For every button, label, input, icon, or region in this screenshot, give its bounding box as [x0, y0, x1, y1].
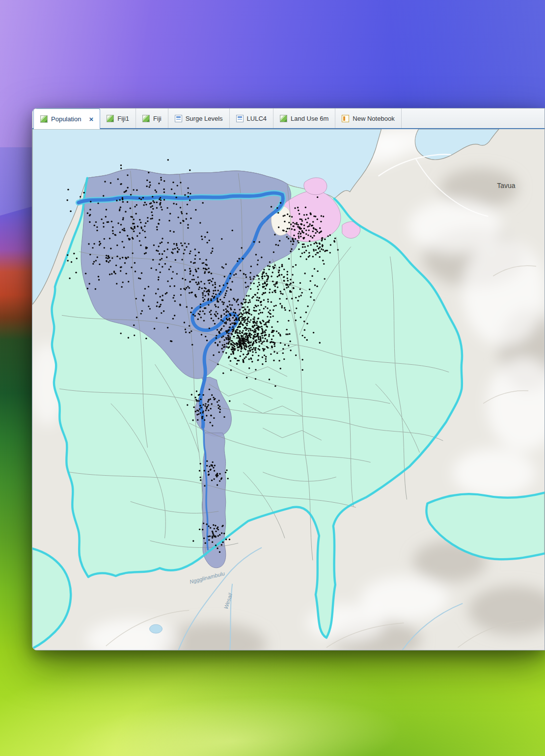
wallpaper-waves: [0, 638, 545, 756]
tab-label: Fiji: [153, 115, 162, 122]
gis-app-window: Population×Fiji1FijiSurge LevelsLULC4Lan…: [32, 108, 545, 650]
map-icon: [142, 115, 150, 122]
tab-label: LULC4: [247, 115, 267, 122]
tab-fiji1[interactable]: Fiji1: [100, 108, 136, 128]
view-tab-bar: Population×Fiji1FijiSurge LevelsLULC4Lan…: [32, 108, 545, 129]
tab-lulc4[interactable]: LULC4: [230, 108, 273, 128]
place-label-tavua: Tavua: [497, 182, 516, 189]
map-icon: [40, 115, 48, 123]
lake: [150, 624, 163, 633]
tab-label: Surge Levels: [186, 115, 223, 122]
map-icon: [280, 115, 287, 122]
tab-fiji[interactable]: Fiji: [136, 108, 168, 128]
map-canvas: Tavua Nggglinambulu Wesail: [32, 129, 545, 650]
tab-label: Fiji1: [117, 115, 129, 122]
map-view[interactable]: Tavua Nggglinambulu Wesail: [32, 129, 545, 650]
layout-icon: [175, 115, 182, 122]
tab-land-use-6m[interactable]: Land Use 6m: [273, 108, 335, 128]
tab-surge-levels[interactable]: Surge Levels: [168, 108, 230, 128]
tab-population[interactable]: Population×: [33, 108, 100, 129]
map-icon: [107, 115, 114, 122]
close-icon[interactable]: ×: [89, 115, 93, 123]
tab-label: Land Use 6m: [291, 115, 328, 122]
layout-icon: [236, 115, 244, 122]
tab-new-notebook[interactable]: New Notebook: [335, 108, 401, 128]
tab-label: Population: [51, 115, 81, 123]
tab-label: New Notebook: [353, 115, 394, 122]
notebook-icon: [342, 115, 349, 122]
